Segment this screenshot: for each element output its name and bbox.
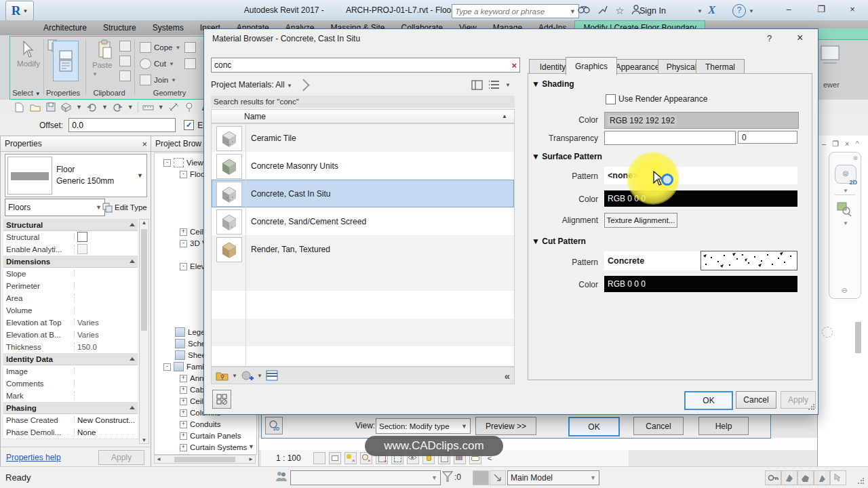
property-row[interactable]: Phase Demoli...None: [3, 426, 138, 439]
surface-pattern-section-header[interactable]: ▼ Surface Pattern: [532, 152, 602, 161]
tree-item-ceilings[interactable]: +Ceili: [180, 396, 205, 407]
collapse-icon[interactable]: [130, 357, 135, 361]
collapse-minus-icon[interactable]: -: [180, 171, 187, 178]
name-column-header[interactable]: Name ▲: [211, 109, 515, 123]
tree-item-schedules[interactable]: Sche: [175, 338, 205, 349]
favorites-star-icon[interactable]: ☆: [612, 5, 628, 17]
material-cancel-button[interactable]: Cancel: [736, 391, 776, 409]
select-by-face-toggle-icon[interactable]: [830, 470, 846, 485]
tree-item-sheets[interactable]: Shee: [175, 350, 206, 361]
redo-icon[interactable]: [112, 102, 123, 113]
tree-item-curtain-systems[interactable]: +Curtain Systems: [180, 442, 247, 453]
help-icon[interactable]: ?: [732, 4, 746, 18]
tree-item-curtain-panels[interactable]: +Curtain Panels: [180, 430, 241, 441]
create-material-icon[interactable]: [241, 370, 254, 382]
undo-icon[interactable]: [86, 102, 98, 113]
material-row-concrete-cast-in-situ-selected[interactable]: Concrete, Cast In Situ: [212, 180, 514, 207]
cope-button[interactable]: Cope▼: [140, 42, 180, 53]
geometry-extra-icon[interactable]: [184, 42, 196, 53]
material-row-render-tan[interactable]: Render, Tan, Textured: [212, 235, 514, 263]
tree-item-floor-plans[interactable]: -Floo: [180, 169, 205, 180]
preview-2d-button[interactable]: 2D: [265, 417, 283, 434]
tree-item-ceiling-plans[interactable]: +Ceili: [180, 226, 205, 237]
search-binoculars-icon[interactable]: [576, 5, 592, 17]
group-structural[interactable]: Structural: [3, 219, 138, 231]
chevron-up-icon[interactable]: ^: [855, 140, 859, 148]
clear-search-icon[interactable]: ×: [511, 60, 517, 70]
structural-checkbox[interactable]: [77, 232, 87, 242]
tree-item-annotation[interactable]: +Ann: [180, 373, 203, 384]
tab-systems[interactable]: Systems: [144, 21, 192, 35]
property-row[interactable]: Area: [3, 292, 138, 305]
expand-plus-icon[interactable]: +: [180, 421, 187, 428]
match-properties-icon[interactable]: [119, 70, 131, 81]
select-pinned-toggle-icon[interactable]: [814, 470, 830, 485]
resize-grip[interactable]: [857, 478, 864, 485]
scroll-down-icon[interactable]: ▼: [140, 437, 149, 443]
type-selector[interactable]: Floor Generic 150mm ▼: [5, 154, 147, 197]
collapse-minus-icon[interactable]: -: [180, 263, 187, 270]
tree-item-cable[interactable]: +Cabl: [180, 384, 206, 395]
collapse-icon[interactable]: [130, 406, 135, 409]
sun-path-icon[interactable]: ×: [344, 452, 357, 464]
expand-plus-icon[interactable]: +: [180, 398, 187, 405]
transparency-value[interactable]: 0: [738, 131, 797, 144]
paste-button[interactable]: Paste ▼: [92, 39, 118, 77]
properties-palette-button[interactable]: [53, 41, 79, 81]
design-option-pick-button[interactable]: [473, 470, 489, 485]
infocenter-search-input[interactable]: Type a keyword or phrase ▼: [452, 4, 579, 18]
expand-plus-icon[interactable]: +: [180, 228, 187, 236]
group-identity-data[interactable]: Identity Data: [3, 353, 138, 365]
join-button[interactable]: Join▼: [140, 75, 176, 85]
split-view-icon[interactable]: [471, 80, 483, 90]
minimize-button[interactable]: –: [777, 3, 800, 16]
editable-only-filter-icon[interactable]: [442, 470, 453, 485]
property-row[interactable]: Phase CreatedNew Construct...: [3, 414, 138, 427]
shading-color-swatch[interactable]: RGB 192 192 192: [604, 112, 799, 129]
type-help-button[interactable]: Help: [698, 417, 749, 435]
chevron-down-icon[interactable]: ▼: [232, 373, 237, 379]
tag-icon[interactable]: [184, 102, 195, 113]
property-row[interactable]: Elevation at TopVaries: [3, 317, 138, 329]
offset-input[interactable]: [68, 118, 176, 132]
apply-button[interactable]: Apply: [98, 450, 144, 465]
sign-in-label[interactable]: Sign In: [639, 6, 666, 16]
cut-color-swatch[interactable]: RGB 0 0 0: [604, 276, 797, 292]
expand-plus-icon[interactable]: +: [180, 444, 187, 451]
chevron-down-icon[interactable]: ▼: [570, 8, 576, 15]
save-icon[interactable]: [45, 102, 56, 113]
browser-h-scrollbar[interactable]: ◄ ►: [154, 455, 256, 464]
scrollbar-thumb[interactable]: [855, 322, 861, 353]
match-type-icon[interactable]: [119, 41, 131, 52]
collapse-icon[interactable]: [130, 223, 135, 226]
material-ok-button[interactable]: OK: [684, 391, 733, 410]
tree-item-families[interactable]: -Famil: [163, 361, 205, 372]
texture-alignment-button[interactable]: Texture Alignment...: [604, 213, 677, 228]
type-ok-button[interactable]: OK: [568, 417, 620, 436]
property-row[interactable]: Comments: [3, 378, 138, 390]
dialog-help-icon[interactable]: ?: [767, 33, 772, 43]
detail-level-icon[interactable]: [313, 452, 326, 464]
steering-wheel-2d-icon[interactable]: ◎ 2D: [835, 165, 856, 184]
close-icon[interactable]: ×: [845, 140, 849, 148]
collapse-pane-icon[interactable]: «: [505, 370, 510, 382]
close-icon[interactable]: ×: [142, 139, 147, 149]
zoom-region-icon[interactable]: [836, 201, 852, 216]
scrollbar-thumb[interactable]: [174, 457, 235, 462]
preview-button[interactable]: Preview >>: [475, 417, 536, 435]
tab-architecture[interactable]: Architecture: [35, 21, 95, 35]
category-filter-combo[interactable]: Floors ▼: [5, 199, 105, 216]
transparency-slider[interactable]: [604, 131, 736, 145]
close-icon[interactable]: ⊗: [852, 155, 858, 161]
view-scale[interactable]: 1 : 100: [276, 453, 301, 463]
tab-thermal[interactable]: Thermal: [696, 59, 745, 75]
chevron-down-icon[interactable]: ▼: [102, 104, 108, 110]
chevron-down-icon[interactable]: ▼: [749, 8, 754, 14]
open-asset-list-icon[interactable]: [266, 370, 278, 381]
open-library-icon[interactable]: [216, 371, 229, 381]
default-3d-view-icon[interactable]: [60, 102, 72, 113]
chevron-down-icon[interactable]: ▼: [158, 104, 164, 110]
list-view-icon[interactable]: [488, 80, 500, 89]
collapse-minus-icon[interactable]: -: [163, 363, 171, 371]
chevron-down-icon[interactable]: ▼: [843, 188, 848, 194]
